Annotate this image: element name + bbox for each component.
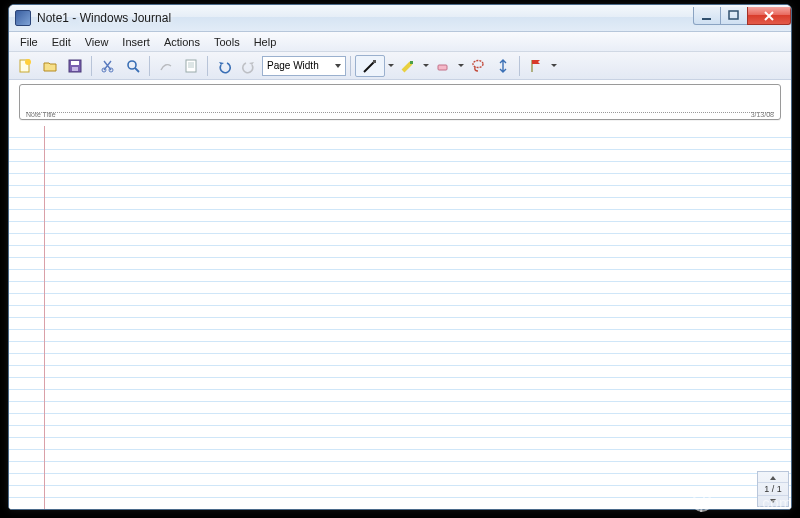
pen-dropdown[interactable] (386, 61, 395, 70)
note-title-box[interactable]: Note Title 3/13/08 (19, 84, 781, 120)
window-buttons (694, 7, 791, 25)
convert-handwriting-button[interactable] (154, 55, 178, 77)
menu-insert[interactable]: Insert (115, 34, 157, 50)
toolbar: Page Width (9, 52, 791, 80)
eraser-button[interactable] (431, 55, 455, 77)
page-prev-button[interactable] (758, 472, 788, 482)
cut-button[interactable] (96, 55, 120, 77)
svg-rect-6 (72, 67, 78, 71)
menu-edit[interactable]: Edit (45, 34, 78, 50)
insert-space-button[interactable] (491, 55, 515, 77)
lasso-icon (470, 58, 486, 74)
highlighter-icon (400, 58, 416, 74)
svg-rect-11 (373, 60, 376, 63)
menu-view[interactable]: View (78, 34, 116, 50)
pen-button[interactable] (355, 55, 385, 77)
minimize-icon (699, 8, 715, 24)
note-date: 3/13/08 (751, 111, 774, 118)
menubar: File Edit View Insert Actions Tools Help (9, 32, 791, 52)
eraser-icon (435, 58, 451, 74)
window-title: Note1 - Windows Journal (37, 11, 694, 25)
note-title-label: Note Title (26, 111, 56, 118)
find-button[interactable] (121, 55, 145, 77)
toolbar-separator (149, 56, 150, 76)
menu-tools[interactable]: Tools (207, 34, 247, 50)
svg-rect-12 (410, 61, 413, 64)
highlighter-dropdown[interactable] (421, 61, 430, 70)
flag-dropdown[interactable] (549, 61, 558, 70)
minimize-button[interactable] (693, 7, 721, 25)
redo-icon (241, 58, 257, 74)
svg-point-14 (473, 60, 483, 67)
search-icon (125, 58, 141, 74)
eraser-dropdown[interactable] (456, 61, 465, 70)
redo-button[interactable] (237, 55, 261, 77)
titlebar: Note1 - Windows Journal (9, 5, 791, 32)
toolbar-separator (350, 56, 351, 76)
new-note-icon (17, 58, 33, 74)
save-button[interactable] (63, 55, 87, 77)
undo-icon (216, 58, 232, 74)
menu-help[interactable]: Help (247, 34, 284, 50)
ruled-canvas[interactable] (9, 126, 791, 509)
page-icon (183, 58, 199, 74)
pen-icon (362, 58, 378, 74)
page-indicator: 1 / 1 (758, 482, 788, 496)
svg-rect-10 (186, 60, 196, 72)
lasso-select-button[interactable] (466, 55, 490, 77)
highlighter-button[interactable] (396, 55, 420, 77)
menu-file[interactable]: File (13, 34, 45, 50)
handwriting-icon (158, 58, 174, 74)
insert-space-icon (495, 58, 511, 74)
maximize-button[interactable] (720, 7, 748, 25)
toolbar-separator (207, 56, 208, 76)
scissors-icon (100, 58, 116, 74)
new-note-button[interactable] (13, 55, 37, 77)
title-underline (26, 112, 774, 113)
page-next-button[interactable] (758, 496, 788, 506)
close-button[interactable] (747, 7, 791, 25)
svg-point-9 (128, 61, 136, 69)
save-icon (67, 58, 83, 74)
open-icon (42, 58, 58, 74)
svg-point-3 (25, 59, 31, 65)
page-navigator: 1 / 1 (757, 471, 789, 507)
app-window: Note1 - Windows Journal File Edit View I… (8, 4, 792, 510)
zoom-combobox[interactable]: Page Width (262, 56, 346, 76)
menu-actions[interactable]: Actions (157, 34, 207, 50)
undo-button[interactable] (212, 55, 236, 77)
zoom-value: Page Width (267, 60, 319, 71)
flag-icon (528, 58, 544, 74)
svg-rect-0 (702, 18, 711, 20)
svg-rect-13 (438, 65, 447, 70)
svg-rect-1 (729, 11, 738, 19)
close-icon (761, 8, 777, 24)
copy-button[interactable] (179, 55, 203, 77)
app-icon (15, 10, 31, 26)
maximize-icon (726, 8, 742, 24)
svg-rect-5 (71, 61, 79, 65)
open-button[interactable] (38, 55, 62, 77)
document-area[interactable]: Note Title 3/13/08 1 / 1 (9, 80, 791, 509)
flag-button[interactable] (524, 55, 548, 77)
toolbar-separator (91, 56, 92, 76)
toolbar-separator (519, 56, 520, 76)
